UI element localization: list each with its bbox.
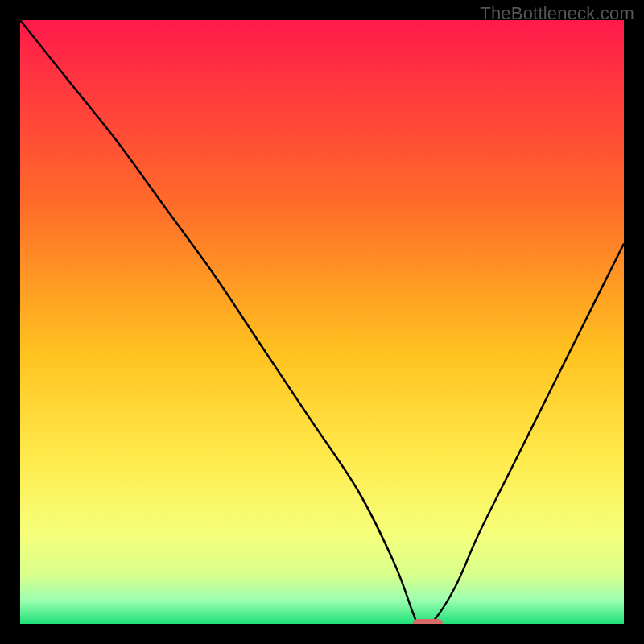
chart-frame: TheBottleneck.com xyxy=(0,0,644,644)
gradient-background xyxy=(20,20,624,624)
bottleneck-chart xyxy=(20,20,624,624)
watermark-text: TheBottleneck.com xyxy=(480,3,634,24)
plot-area xyxy=(20,20,624,624)
optimal-marker xyxy=(413,619,444,624)
